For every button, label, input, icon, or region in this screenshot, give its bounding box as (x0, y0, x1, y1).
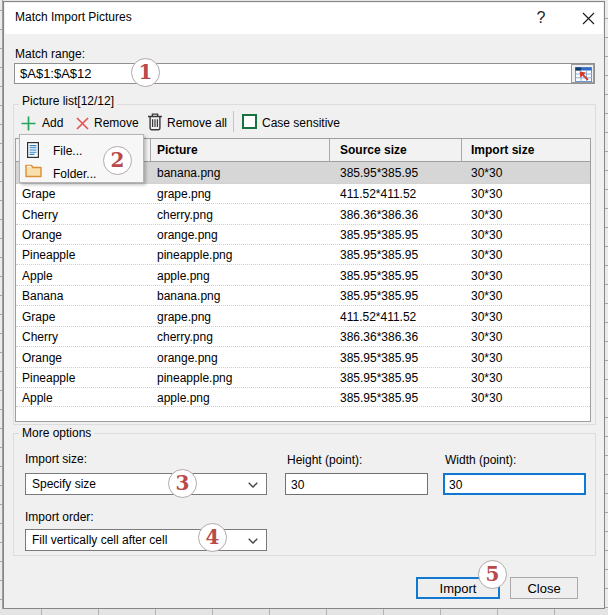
import-order-value: Fill vertically cell after cell (32, 533, 167, 547)
import-size-value: Specify size (32, 477, 96, 491)
toolbar-separator (233, 111, 234, 132)
table-row[interactable]: Grapegrape.png411.52*411.5230*30 (16, 184, 590, 204)
table-cell: cherry.png (157, 208, 213, 222)
table-row[interactable]: Pineapplepineapple.png385.95*385.9530*30 (16, 368, 590, 388)
table-cell: grape.png (157, 187, 211, 201)
table-cell: 386.36*386.36 (340, 208, 418, 222)
table-cell: Cherry (22, 330, 58, 344)
match-range-input[interactable] (14, 63, 595, 84)
table-cell: 30*30 (471, 351, 502, 365)
height-value: 30 (291, 478, 304, 492)
table-row[interactable]: Appleapple.png385.95*385.9530*30 (16, 388, 590, 407)
table-cell: orange.png (157, 228, 218, 242)
table-row[interactable]: Cherrycherry.png386.36*386.3630*30 (16, 327, 590, 347)
table-cell: Cherry (22, 208, 58, 222)
column-header-import-size[interactable]: Import size (471, 143, 534, 157)
menu-item-file-label: File... (53, 144, 82, 158)
remove-all-button[interactable]: Remove all (167, 116, 227, 130)
table-cell: 385.95*385.95 (340, 166, 418, 180)
remove-icon (76, 117, 89, 130)
table-cell: 30*30 (471, 391, 502, 405)
column-separator (461, 139, 462, 162)
close-button-label: Close (511, 581, 577, 596)
annotation-circle-5: 5 (478, 560, 507, 589)
add-button[interactable]: Add (42, 116, 63, 130)
table-cell: 30*30 (471, 166, 502, 180)
table-cell: apple.png (157, 391, 210, 405)
range-picker-button[interactable] (571, 64, 594, 83)
height-input[interactable]: 30 (285, 473, 428, 495)
table-row[interactable]: Grapegrape.png411.52*411.5230*30 (16, 306, 590, 327)
table-cell: Grape (22, 187, 55, 201)
table-cell: 385.95*385.95 (340, 289, 418, 303)
table-cell: 385.95*385.95 (340, 248, 418, 262)
more-options-group-label: More options (19, 426, 94, 440)
table-cell: Orange (22, 228, 62, 242)
table-cell: 411.52*411.52 (340, 310, 416, 324)
table-cell: 30*30 (471, 208, 502, 222)
table-cell: Orange (22, 351, 62, 365)
column-header-picture[interactable]: Picture (157, 143, 198, 157)
table-cell: Grape (22, 310, 55, 324)
case-sensitive-checkbox[interactable] (242, 114, 257, 129)
annotation-circle-4: 4 (198, 523, 227, 552)
file-icon (27, 142, 39, 158)
dialog-title: Match Import Pictures (15, 10, 132, 24)
annotation-circle-1: 1 (131, 58, 160, 87)
match-range-label: Match range: (15, 47, 85, 61)
table-row[interactable]: Bananabanana.png385.95*385.9530*30 (16, 286, 590, 306)
table-row[interactable]: Appleapple.png385.95*385.9530*30 (16, 265, 590, 286)
menu-item-folder-label: Folder... (53, 167, 96, 181)
chevron-down-icon (248, 482, 258, 488)
table-cell: pineapple.png (157, 248, 232, 262)
width-value: 30 (449, 478, 462, 492)
table-cell: apple.png (157, 269, 210, 283)
width-input[interactable]: 30 (443, 473, 586, 495)
table-cell: 30*30 (471, 310, 502, 324)
match-range-value: $A$1:$A$12 (20, 66, 92, 81)
table-row[interactable]: Orangeorange.png385.95*385.9530*30 (16, 225, 590, 245)
help-button[interactable]: ? (526, 3, 556, 34)
table-cell: 30*30 (471, 330, 502, 344)
table-cell: cherry.png (157, 330, 213, 344)
add-icon (21, 116, 36, 131)
table-cell: orange.png (157, 351, 218, 365)
table-cell: Pineapple (22, 371, 75, 385)
table-cell: 385.95*385.95 (340, 351, 418, 365)
column-header-source-size[interactable]: Source size (340, 143, 407, 157)
close-icon (582, 12, 595, 25)
remove-button[interactable]: Remove (94, 116, 139, 130)
table-cell: 30*30 (471, 187, 502, 201)
import-order-label: Import order: (25, 510, 94, 524)
sheet-edge-bottom (0, 609, 608, 615)
width-label: Width (point): (445, 453, 516, 467)
table-cell: 385.95*385.95 (340, 228, 418, 242)
table-row[interactable]: Pineapplepineapple.png385.95*385.9530*30 (16, 245, 590, 265)
table-row[interactable]: Cherrycherry.png386.36*386.3630*30 (16, 204, 590, 225)
column-separator (329, 139, 330, 162)
table-cell: 30*30 (471, 371, 502, 385)
import-order-combobox[interactable]: Fill vertically cell after cell (25, 529, 267, 551)
table-cell: 385.95*385.95 (340, 391, 418, 405)
annotation-circle-2: 2 (103, 146, 132, 175)
close-dialog-button[interactable]: Close (510, 577, 578, 599)
annotation-circle-3: 3 (168, 469, 197, 498)
picture-list-group-label: Picture list[12/12] (19, 94, 117, 108)
folder-icon (25, 164, 42, 178)
table-cell: banana.png (157, 289, 220, 303)
close-button[interactable] (571, 3, 605, 34)
table-cell: pineapple.png (157, 371, 232, 385)
table-row[interactable]: Orangeorange.png385.95*385.9530*30 (16, 347, 590, 368)
table-cell: 30*30 (471, 228, 502, 242)
picture-table-rows: banana.png385.95*385.9530*30Grapegrape.p… (16, 162, 590, 407)
table-cell: Banana (22, 289, 63, 303)
import-size-combobox[interactable]: Specify size (25, 473, 267, 495)
table-cell: Apple (22, 391, 53, 405)
table-cell: 30*30 (471, 269, 502, 283)
table-cell: 30*30 (471, 248, 502, 262)
screenshot-page: Match Import Pictures ? Match range: $A$… (0, 0, 608, 615)
table-cell: Apple (22, 269, 53, 283)
chevron-down-icon (248, 538, 258, 544)
table-cell: 411.52*411.52 (340, 187, 416, 201)
range-picker-icon (575, 67, 592, 82)
